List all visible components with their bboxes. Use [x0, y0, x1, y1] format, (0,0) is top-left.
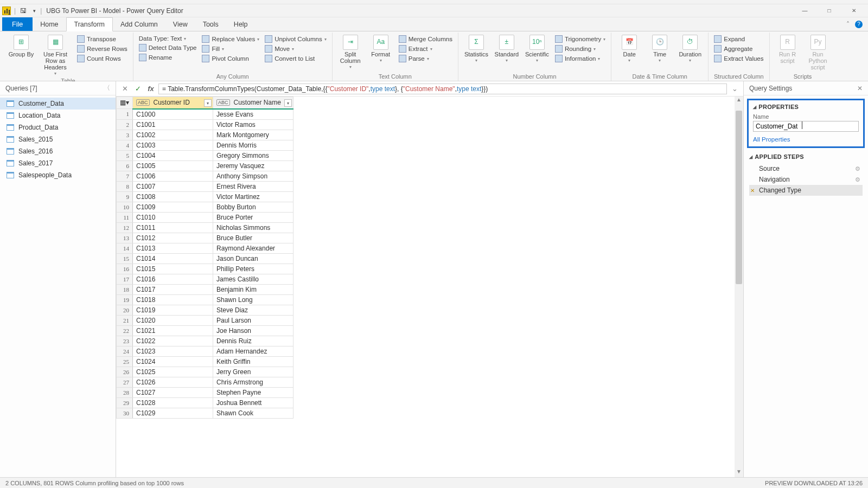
cell-customer-id[interactable]: C1029: [133, 408, 213, 418]
collapse-queries-icon[interactable]: 〈: [104, 84, 110, 93]
table-row[interactable]: 18C1017Benjamin Kim: [117, 284, 293, 294]
cell-customer-name[interactable]: Bruce Butler: [213, 233, 293, 243]
cell-customer-id[interactable]: C1005: [133, 160, 213, 171]
cell-customer-name[interactable]: Bobby Burton: [213, 202, 293, 212]
gear-icon[interactable]: ⚙: [855, 165, 860, 172]
extract-button[interactable]: Extract: [398, 44, 454, 53]
minimize-button[interactable]: —: [793, 4, 817, 17]
save-icon[interactable]: 🖫: [17, 7, 30, 15]
cell-customer-name[interactable]: Victor Ramos: [213, 119, 293, 130]
information-button[interactable]: Information: [554, 54, 607, 63]
tab-transform[interactable]: Transform: [66, 17, 113, 31]
column-header-customer-id[interactable]: ABC Customer ID ▾: [133, 97, 213, 109]
run-r-button[interactable]: RRun R script: [774, 35, 801, 64]
cell-customer-name[interactable]: James Castillo: [213, 274, 293, 284]
cell-customer-id[interactable]: C1014: [133, 253, 213, 264]
cell-customer-name[interactable]: Mark Montgomery: [213, 130, 293, 140]
cell-customer-name[interactable]: Joshua Bennett: [213, 397, 293, 408]
query-item-customer_data[interactable]: Customer_Data: [0, 98, 116, 110]
extract-values-button[interactable]: Extract Values: [713, 54, 764, 63]
duration-button[interactable]: ⏱Duration: [676, 35, 704, 63]
cell-customer-name[interactable]: Bruce Porter: [213, 212, 293, 222]
convert-list-button[interactable]: Convert to List: [264, 54, 328, 63]
split-column-button[interactable]: ⇥Split Column: [337, 35, 364, 70]
cell-customer-id[interactable]: C1016: [133, 274, 213, 284]
table-row[interactable]: 25C1024Keith Griffin: [117, 356, 293, 367]
cell-customer-name[interactable]: Shawn Long: [213, 294, 293, 305]
column-header-customer-name[interactable]: ABC Customer Name ▾: [213, 97, 293, 109]
query-item-sales_2017[interactable]: Sales_2017: [0, 157, 116, 169]
table-row[interactable]: 11C1010Bruce Porter: [117, 212, 293, 222]
table-row[interactable]: 10C1009Bobby Burton: [117, 202, 293, 212]
query-item-product_data[interactable]: Product_Data: [0, 121, 116, 133]
aggregate-button[interactable]: Aggregate: [713, 44, 764, 53]
close-settings-button[interactable]: ✕: [857, 85, 863, 92]
cell-customer-name[interactable]: Stephen Payne: [213, 387, 293, 397]
transpose-button[interactable]: Transpose: [76, 35, 129, 43]
cell-customer-name[interactable]: Adam Hernandez: [213, 346, 293, 356]
cell-customer-id[interactable]: C1017: [133, 284, 213, 294]
gear-icon[interactable]: ⚙: [855, 176, 860, 183]
cell-customer-name[interactable]: Jason Duncan: [213, 253, 293, 264]
fx-icon[interactable]: fx: [145, 84, 156, 94]
cell-customer-id[interactable]: C1008: [133, 191, 213, 202]
rounding-button[interactable]: Rounding: [554, 44, 607, 53]
table-row[interactable]: 15C1014Jason Duncan: [117, 253, 293, 264]
table-row[interactable]: 21C1020Paul Larson: [117, 315, 293, 325]
cell-customer-name[interactable]: Nicholas Simmons: [213, 222, 293, 233]
all-properties-link[interactable]: All Properties: [753, 136, 790, 143]
scroll-up-icon[interactable]: ▲: [735, 97, 743, 105]
tab-add-column[interactable]: Add Column: [113, 17, 165, 31]
cell-customer-name[interactable]: Keith Griffin: [213, 356, 293, 367]
table-row[interactable]: 30C1029Shawn Cook: [117, 408, 293, 418]
cell-customer-name[interactable]: Jesse Evans: [213, 109, 293, 120]
cell-customer-id[interactable]: C1011: [133, 222, 213, 233]
vertical-scrollbar[interactable]: ▲ ▼: [735, 97, 743, 477]
formula-dropdown-icon[interactable]: ⌄: [729, 84, 740, 94]
rename-button[interactable]: Rename: [138, 53, 198, 62]
cell-customer-name[interactable]: Dennis Morris: [213, 140, 293, 150]
table-row[interactable]: 8C1007Ernest Rivera: [117, 181, 293, 191]
maximize-button[interactable]: □: [817, 4, 841, 17]
cell-customer-id[interactable]: C1003: [133, 140, 213, 150]
cell-customer-id[interactable]: C1015: [133, 264, 213, 274]
collapse-ribbon-icon[interactable]: ˄: [846, 21, 850, 28]
cell-customer-id[interactable]: C1020: [133, 315, 213, 325]
data-grid[interactable]: ▦▾ ABC Customer ID ▾ ABC Customer Name ▾: [116, 97, 293, 419]
cell-customer-name[interactable]: Chris Armstrong: [213, 377, 293, 387]
cell-customer-name[interactable]: Steve Diaz: [213, 305, 293, 315]
cell-customer-id[interactable]: C1009: [133, 202, 213, 212]
applied-step-changed-type[interactable]: Changed Type: [749, 185, 863, 196]
count-rows-button[interactable]: Count Rows: [76, 54, 129, 63]
help-icon[interactable]: ?: [855, 21, 863, 28]
tab-home[interactable]: Home: [33, 17, 66, 31]
column-filter-icon[interactable]: ▾: [284, 99, 292, 107]
table-row[interactable]: 3C1002Mark Montgomery: [117, 130, 293, 140]
table-row[interactable]: 2C1001Victor Ramos: [117, 119, 293, 130]
cell-customer-name[interactable]: Shawn Cook: [213, 408, 293, 418]
table-row[interactable]: 27C1026Chris Armstrong: [117, 377, 293, 387]
cell-customer-id[interactable]: C1002: [133, 130, 213, 140]
statistics-button[interactable]: ΣStatistics: [463, 35, 490, 63]
data-type-button[interactable]: Data Type: Text: [138, 35, 198, 42]
cell-customer-name[interactable]: Dennis Ruiz: [213, 336, 293, 346]
first-row-headers-button[interactable]: ▦Use First Row as Headers: [38, 35, 73, 76]
table-row[interactable]: 16C1015Phillip Peters: [117, 264, 293, 274]
tab-view[interactable]: View: [165, 17, 195, 31]
table-row[interactable]: 29C1028Joshua Bennett: [117, 397, 293, 408]
query-name-input[interactable]: [753, 121, 859, 132]
fill-button[interactable]: Fill: [201, 44, 260, 53]
table-row[interactable]: 23C1022Dennis Ruiz: [117, 336, 293, 346]
table-row[interactable]: 7C1006Anthony Simpson: [117, 171, 293, 181]
formula-input[interactable]: = Table.TransformColumnTypes(Customer_Da…: [158, 84, 727, 94]
applied-step-navigation[interactable]: Navigation⚙: [749, 174, 863, 185]
tab-file[interactable]: File: [2, 17, 33, 31]
table-row[interactable]: 20C1019Steve Diaz: [117, 305, 293, 315]
cell-customer-id[interactable]: C1006: [133, 171, 213, 181]
cell-customer-name[interactable]: Jeremy Vasquez: [213, 160, 293, 171]
applied-step-source[interactable]: Source⚙: [749, 163, 863, 174]
cell-customer-name[interactable]: Joe Hanson: [213, 325, 293, 336]
formula-commit-button[interactable]: ✓: [132, 84, 143, 94]
query-item-salespeople_data[interactable]: Salespeople_Data: [0, 169, 116, 181]
cell-customer-name[interactable]: Phillip Peters: [213, 264, 293, 274]
